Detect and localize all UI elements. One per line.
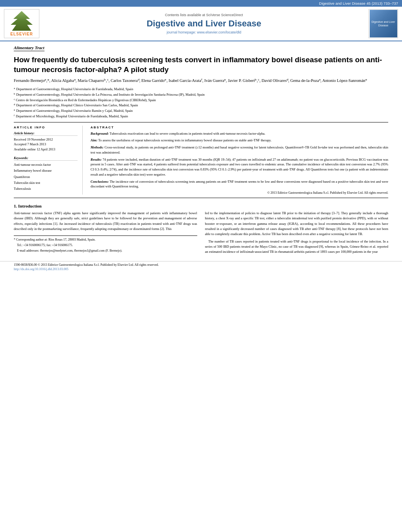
affiliation-c: ᶜ Centro de Investigación Biomédica en R…: [14, 98, 388, 103]
keyword-3: Quantiferon: [14, 174, 78, 180]
journal-center-info: Contents lists available at SciVerse Sci…: [43, 9, 365, 38]
elsevier-logo: ELSEVIER: [4, 9, 39, 38]
accepted-date: Accepted 7 March 2013: [14, 142, 78, 147]
body-divider: [14, 198, 388, 198]
keyword-1: Anti-tumour necrosis factor: [14, 162, 78, 168]
journal-header: ELSEVIER Contents lists available at Sci…: [0, 7, 402, 41]
abstract-conclusions-text: The incidence rate of conversion of tube…: [91, 180, 388, 189]
keyword-5: Tuberculosis: [14, 186, 78, 192]
keywords-label: Keywords:: [14, 156, 78, 161]
journal-citation-bar: Digestive and Liver Disease 45 (2013) 73…: [0, 0, 402, 7]
abstract-background-text: Tuberculosis reactivation can lead to se…: [109, 132, 265, 135]
authors-text: Fernando Bermejoᵃ,*, Alicia Algabaᵃ, Mar…: [14, 78, 367, 83]
body-col-left: Anti-tumour necrosis factor (TNF) alpha …: [14, 211, 197, 257]
abstract-methods-text: Cross-sectional study, in patients on pr…: [91, 145, 388, 154]
abstract-column: ABSTRACT Background: Tuberculosis reacti…: [91, 126, 388, 195]
body-col-right-p1: led to the implementation of policies to…: [205, 211, 389, 237]
footnotes: * Corresponding author at: Ríos Rosas 17…: [14, 235, 197, 253]
copyright-line: © 2013 Editrice Gastroenterologica Itali…: [91, 191, 388, 195]
footnote-emails: E-mail addresses: fbermejos@medynet.com,…: [14, 248, 197, 253]
keyword-4: Tuberculin skin test: [14, 180, 78, 186]
abstract-conclusions: Conclusions: The incidence rate of conve…: [91, 179, 388, 189]
body-col-right: led to the implementation of policies to…: [205, 211, 389, 257]
sciverse-line: Contents lists available at SciVerse Sci…: [165, 13, 243, 17]
section-divider: [14, 122, 388, 122]
footnote-corresponding: * Corresponding author at: Ríos Rosas 17…: [14, 237, 197, 242]
abstract-aim-text: To assess the usefulness of repeat tuber…: [98, 138, 271, 142]
elsevier-tree-icon: [8, 11, 35, 31]
footnote-tel: Tel.: +34 9160006175; fax: +34 916006175…: [14, 243, 197, 248]
section-1-heading: 1. Introduction: [14, 204, 388, 208]
homepage-line: journal homepage: www.elsevier.com/locat…: [167, 30, 241, 34]
received-date: Received 19 November 2012: [14, 137, 78, 142]
article-info-column: ARTICLE INFO Article history: Received 1…: [14, 126, 83, 195]
abstract-results-text: 74 patients were included, median durati…: [91, 158, 388, 176]
available-date: Available online 12 April 2013: [14, 147, 78, 152]
journal-logo-image: Digestive and Liver Disease: [370, 10, 397, 37]
abstract-methods: Methods: Cross-sectional study, in patie…: [91, 145, 388, 155]
section-label: Alimentary Tract: [14, 45, 44, 51]
body-section: 1. Introduction Anti-tumour necrosis fac…: [14, 204, 388, 257]
body-two-col: Anti-tumour necrosis factor (TNF) alpha …: [14, 211, 388, 257]
issn-line: 1590-8658/$36.00 © 2013 Editrice Gastroe…: [14, 263, 388, 267]
body-col-left-p1: Anti-tumour necrosis factor (TNF) alpha …: [14, 211, 197, 232]
keyword-2: Inflammatory bowel disease: [14, 168, 78, 174]
journal-title: Digestive and Liver Disease: [146, 19, 261, 29]
history-label: Article history:: [14, 131, 78, 136]
article-info-abstract: ARTICLE INFO Article history: Received 1…: [14, 126, 388, 195]
journal-logo-right: Digestive and Liver Disease: [369, 9, 398, 38]
abstract-aim: Aim: To assess the usefulness of repeat …: [91, 138, 388, 143]
article-history-block: Article history: Received 19 November 20…: [14, 131, 78, 152]
keywords-block: Keywords: Anti-tumour necrosis factor In…: [14, 156, 78, 192]
article-title: How frequently do tuberculosis screening…: [14, 55, 388, 74]
affiliation-b: ᵇ Department of Gastroenterology, Hospit…: [14, 92, 388, 97]
doi-line: http://dx.doi.org/10.1016/j.dld.2013.03.…: [14, 267, 388, 271]
journal-citation: Digestive and Liver Disease 45 (2013) 73…: [319, 1, 398, 6]
elsevier-brand: ELSEVIER: [10, 32, 33, 36]
abstract-content: Background: Tuberculosis reactivation ca…: [91, 131, 388, 195]
abstract-title: ABSTRACT: [91, 126, 388, 129]
affiliation-d: ᵈ Department of Gastroenterology, Hospit…: [14, 103, 388, 108]
abstract-background: Background: Tuberculosis reactivation ca…: [91, 131, 388, 136]
affiliations: ᵃ Department of Gastroenterology, Hospit…: [14, 87, 388, 119]
bottom-bar: 1590-8658/$36.00 © 2013 Editrice Gastroe…: [0, 261, 402, 272]
authors-line: Fernando Bermejoᵃ,*, Alicia Algabaᵃ, Mar…: [14, 78, 388, 84]
article-info-title: ARTICLE INFO: [14, 126, 78, 129]
affiliation-a: ᵃ Department of Gastroenterology, Hospit…: [14, 87, 388, 92]
abstract-results: Results: 74 patients were included, medi…: [91, 157, 388, 177]
main-content: Alimentary Tract How frequently do tuber…: [0, 41, 402, 261]
affiliation-e: ᵉ Department of Gastroenterology, Hospit…: [14, 108, 388, 113]
affiliation-f: ᶠ Department of Microbiology, Hospital U…: [14, 114, 388, 119]
body-col-right-p2: The number of TB cases reported in patie…: [205, 239, 389, 255]
